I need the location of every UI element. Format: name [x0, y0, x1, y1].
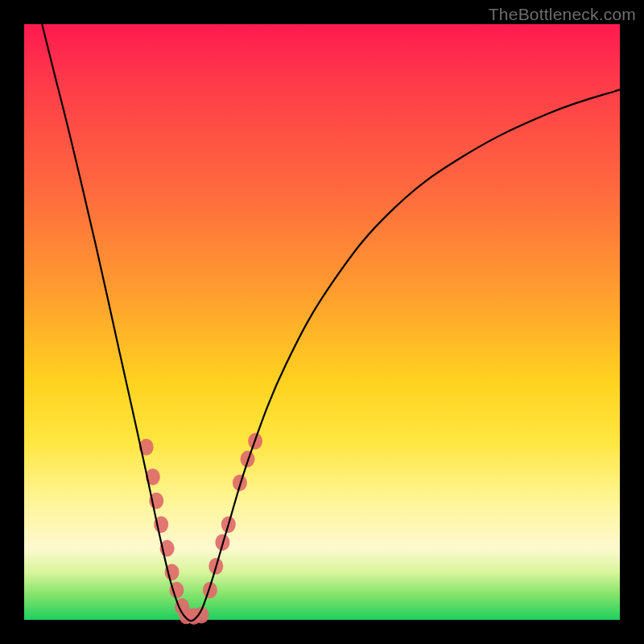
bottleneck-curve	[42, 24, 620, 621]
chart-plot-area	[24, 24, 620, 620]
chart-frame: TheBottleneck.com	[0, 0, 644, 644]
chart-svg	[24, 24, 620, 620]
watermark-text: TheBottleneck.com	[489, 5, 636, 24]
